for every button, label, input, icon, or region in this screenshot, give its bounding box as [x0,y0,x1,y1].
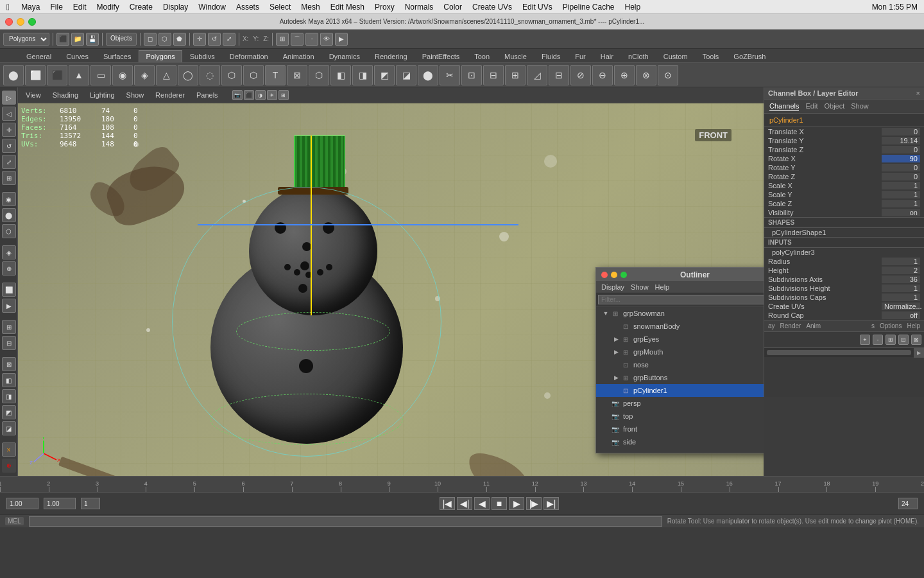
shelf-icon-extrude[interactable]: ⬡ [309,65,329,85]
shelf-icon-pyramid[interactable]: △ [156,65,176,85]
menu-help[interactable]: Help [619,3,646,12]
menu-color[interactable]: Color [438,3,467,12]
shelf-tab-tools[interactable]: Tools [696,50,726,62]
apple-menu[interactable]:  [0,2,16,12]
attribute-spread[interactable]: ⊠ [2,357,16,371]
menu-edit[interactable]: Edit [68,3,92,12]
expand-grpButtons[interactable]: ▶ [612,373,620,382]
cb-tab-channels[interactable]: Channels [769,101,799,111]
snap-curve-icon[interactable]: ⌒ [291,33,304,46]
step-back-button[interactable]: ◀| [457,497,472,510]
tool-icon-1[interactable]: ⬛ [56,33,69,46]
show-manip[interactable]: ◈ [2,245,16,259]
menu-modify[interactable]: Modify [92,3,124,12]
ch-row-translateY[interactable]: Translate Y 19.14 [764,136,924,145]
ch-row-visibility[interactable]: Visibility on [764,208,924,217]
ch-row-height[interactable]: Height 2 [764,266,924,275]
shelf-icon-helix[interactable]: ◌ [200,65,220,85]
ch-row-round-cap[interactable]: Round Cap off [764,311,924,320]
shelf-icon-fill[interactable]: ◩ [374,65,395,85]
expand-snowmanBody[interactable] [612,322,620,331]
shelf-icon-triangulate[interactable]: ◿ [527,65,547,85]
scale-tool[interactable]: ⤢ [2,155,16,169]
outliner-menu-show[interactable]: Show [631,283,649,291]
select-tool-icon[interactable]: ◻ [144,33,157,46]
timeline[interactable]: 1234567891011121314151617181920 [0,476,924,492]
timeline-ruler[interactable]: 1234567891011121314151617181920 [0,477,924,492]
shelf-tab-toon[interactable]: Toon [467,50,497,62]
inputs-section-header[interactable]: INPUTS [764,237,924,248]
layer-btn-5[interactable]: ⊠ [911,335,921,345]
select-tool[interactable]: ▷ [2,91,16,105]
channel-box-close[interactable]: × [916,89,920,97]
rb-tab-anim[interactable]: Anim [806,322,821,329]
vp-camera-icon[interactable]: 📷 [232,90,243,100]
go-to-end-button[interactable]: ▶| [543,497,559,510]
shelf-tab-animation[interactable]: Animation [276,50,321,62]
shelf-icon-reduce[interactable]: ⊖ [592,65,613,85]
playback-frame-field[interactable] [81,498,100,509]
ch-row-create-uvs[interactable]: Create UVs Normalize... [764,302,924,311]
shelf-icon-type[interactable]: T [265,65,286,85]
render-region[interactable]: ▶ [2,299,16,313]
shelf-tab-ncloth[interactable]: nCloth [621,50,656,62]
playback-end-field[interactable] [44,498,76,509]
shapes-item-pCylinderShape1[interactable]: pCylinderShape1 [764,228,924,237]
vp-lighting-icon[interactable]: ☀ [267,90,277,100]
outliner-item-front[interactable]: 📷 front [596,423,764,435]
snap-point-icon[interactable]: · [305,33,318,46]
expand-nose[interactable] [612,360,620,369]
expand-front[interactable] [601,425,610,434]
layer-btn-3[interactable]: ⊞ [886,335,896,345]
vp-shading-icon[interactable]: ◑ [255,90,266,100]
ch-row-rotateX[interactable]: Rotate X 90 [764,154,924,163]
menu-assets[interactable]: Assets [231,3,264,12]
maximize-button[interactable] [28,18,36,26]
menu-select[interactable]: Select [264,3,296,12]
outliner-menu-display[interactable]: Display [601,283,624,291]
menu-maya[interactable]: Maya [16,3,45,12]
mode-selector[interactable]: Polygons [3,33,49,46]
shelf-tab-hair[interactable]: Hair [594,50,620,62]
pivot[interactable]: ⊕ [2,261,16,276]
outliner-item-grpEyes[interactable]: ▶ ⊞ grpEyes [596,333,764,346]
shelf-icon-offset[interactable]: ⊡ [461,65,482,85]
expand-side[interactable] [601,437,610,446]
objects-button[interactable]: Objects [106,33,137,46]
select-lasso-tool[interactable]: ◁ [2,107,16,121]
shelf-icon-sphere[interactable]: ⬤ [3,65,24,85]
shelf-tab-curves[interactable]: Curves [59,50,96,62]
ch-row-radius[interactable]: Radius 1 [764,257,924,266]
ch-row-translateX[interactable]: Translate X 0 [764,127,924,136]
outliner-close-button[interactable] [601,272,608,278]
shelf-icon-cleanup[interactable]: ⊘ [570,65,591,85]
vp-display-icon[interactable]: ⬛ [244,90,254,100]
xgen[interactable]: X [2,442,16,457]
lasso-icon[interactable]: ⬡ [158,33,171,46]
outliner-item-grpMouth[interactable]: ▶ ⊞ grpMouth [596,346,764,358]
ch-row-subdiv-axis[interactable]: Subdivisions Axis 36 [764,275,924,284]
shelf-tab-custom[interactable]: Custom [656,50,695,62]
ch-row-scaleX[interactable]: Scale X 1 [764,181,924,190]
connection-editor[interactable]: ◨ [2,389,16,403]
shelf-icon-append[interactable]: ◨ [352,65,373,85]
shelf-tab-rendering[interactable]: Rendering [368,50,415,62]
cb-tab-show[interactable]: Show [851,101,869,111]
menu-create[interactable]: Create [124,3,158,12]
shelf-icon-bridge[interactable]: ◧ [330,65,351,85]
graph-editor[interactable]: ◩ [2,405,16,419]
shelf-tab-dynamics[interactable]: Dynamics [322,50,367,62]
view-cube[interactable]: ⬜ [2,283,16,297]
shelf-icon-cone[interactable]: ▲ [69,65,89,85]
shelf-icon-plane[interactable]: ▭ [90,65,111,85]
expand-grpSnowman[interactable]: ▼ [601,309,610,318]
shelf-tab-fluids[interactable]: Fluids [535,50,567,62]
expand-grpEyes[interactable]: ▶ [612,335,620,344]
shelf-icon-svgtype[interactable]: ⊠ [287,65,307,85]
minimize-button[interactable] [17,18,24,26]
rotate-tool[interactable]: ↺ [2,139,16,153]
shelf-icon-multi-cut[interactable]: ✂ [440,65,460,85]
shelf-icon-cube[interactable]: ⬜ [25,65,46,85]
rb-tab-options[interactable]: Options [880,322,902,329]
paint-icon[interactable]: ⬟ [173,33,186,46]
